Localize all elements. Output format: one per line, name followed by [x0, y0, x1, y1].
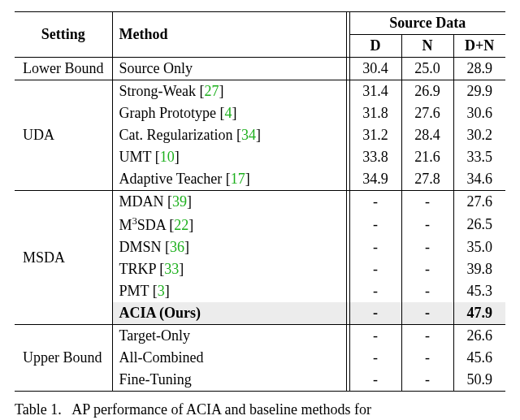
citation-ref: 4	[224, 105, 232, 121]
value-cell: 26.9	[401, 80, 453, 103]
citation-ref: 27	[205, 83, 219, 99]
value-cell: 34.6	[453, 168, 505, 191]
method-name: ACIA (Ours)	[119, 305, 202, 321]
value-cell: -	[401, 280, 453, 302]
value-cell: -	[401, 325, 453, 348]
group-setting: MSDA	[15, 191, 112, 325]
value-cell: 30.6	[453, 102, 505, 124]
results-table: Setting Method Source Data D N D+N Lower…	[15, 11, 505, 392]
method-name: UMT	[119, 149, 152, 165]
value-cell: -	[401, 236, 453, 258]
value-cell: -	[401, 347, 453, 369]
citation-ref: 39	[172, 193, 187, 210]
value-cell: 33.8	[349, 146, 401, 168]
value-cell: -	[349, 302, 401, 325]
value-cell: 39.8	[453, 258, 505, 280]
value-cell: 28.9	[453, 58, 505, 80]
value-cell: 50.9	[453, 369, 505, 392]
method-cell: M3SDA [22]	[112, 213, 346, 236]
caption-fragment: AP performance of ACIA and baseline meth…	[72, 401, 371, 418]
value-cell: 28.4	[401, 124, 453, 146]
value-cell: 35.0	[453, 236, 505, 258]
citation-ref: 33	[164, 261, 179, 277]
citation-ref: 36	[170, 239, 184, 255]
value-cell: 47.9	[453, 302, 505, 325]
value-cell: 31.2	[349, 124, 401, 146]
method-cell: PMT [3]	[112, 280, 346, 302]
value-cell: 33.5	[453, 146, 505, 168]
method-cell: Strong-Weak [27]	[112, 80, 346, 103]
value-cell: -	[349, 191, 401, 214]
citation-ref: 10	[160, 149, 175, 165]
value-cell: 30.4	[349, 58, 401, 80]
value-cell: 21.6	[401, 146, 453, 168]
value-cell: -	[401, 258, 453, 280]
method-cell: Source Only	[112, 58, 346, 80]
table-row: Lower BoundSource Only30.425.028.9	[15, 58, 505, 80]
group-setting: UDA	[15, 80, 112, 191]
value-cell: 27.6	[453, 191, 505, 214]
method-name: Source Only	[119, 60, 193, 76]
col-header-method: Method	[112, 12, 346, 58]
table-figure: Setting Method Source Data D N D+N Lower…	[0, 0, 520, 419]
group-setting: Upper Bound	[15, 325, 112, 392]
value-cell: -	[349, 258, 401, 280]
value-cell: 31.4	[349, 80, 401, 103]
method-cell: Target-Only	[112, 325, 346, 348]
table-row: Upper BoundTarget-Only--26.6	[15, 325, 505, 348]
value-cell: 27.6	[401, 102, 453, 124]
method-cell: UMT [10]	[112, 146, 346, 168]
method-cell: Fine-Tuning	[112, 369, 346, 392]
method-name: Adaptive Teacher	[119, 171, 223, 187]
method-name: All-Combined	[119, 349, 204, 366]
value-cell: -	[349, 236, 401, 258]
value-cell: 25.0	[401, 58, 453, 80]
value-cell: -	[349, 347, 401, 369]
table-row: MSDAMDAN [39]--27.6	[15, 191, 505, 214]
value-cell: 30.2	[453, 124, 505, 146]
value-cell: -	[349, 325, 401, 348]
value-cell: 45.3	[453, 280, 505, 302]
method-name: TRKP	[119, 261, 156, 277]
value-cell: 45.6	[453, 347, 505, 369]
value-cell: -	[401, 369, 453, 392]
col-header-source-data: Source Data	[349, 12, 505, 35]
method-cell: Adaptive Teacher [17]	[112, 168, 346, 191]
method-cell: DMSN [36]	[112, 236, 346, 258]
value-cell: 26.5	[453, 213, 505, 236]
method-name: PMT	[119, 283, 150, 299]
caption-label: Table 1.	[15, 401, 62, 418]
value-cell: 34.9	[349, 168, 401, 191]
value-cell: -	[349, 280, 401, 302]
col-header-d: D	[349, 35, 401, 58]
table-row: UDAStrong-Weak [27]31.426.929.9	[15, 80, 505, 103]
method-cell: ACIA (Ours)	[112, 302, 346, 325]
table-caption: Table 1. AP performance of ACIA and base…	[15, 400, 505, 419]
value-cell: -	[401, 213, 453, 236]
table-body: Lower BoundSource Only30.425.028.9UDAStr…	[15, 58, 505, 392]
value-cell: -	[401, 191, 453, 214]
method-name: Cat. Regularization	[119, 127, 233, 143]
value-cell: -	[349, 213, 401, 236]
method-name: Fine-Tuning	[119, 371, 192, 388]
value-cell: -	[401, 302, 453, 325]
col-header-dn: D+N	[453, 35, 505, 58]
value-cell: 29.9	[453, 80, 505, 103]
method-name: Target-Only	[119, 327, 190, 344]
value-cell: -	[349, 369, 401, 392]
value-cell: 27.8	[401, 168, 453, 191]
value-cell: 31.8	[349, 102, 401, 124]
value-cell: 26.6	[453, 325, 505, 348]
method-cell: Graph Prototype [4]	[112, 102, 346, 124]
method-name: M3SDA	[119, 217, 166, 233]
citation-ref: 17	[231, 171, 245, 187]
method-name: DMSN	[119, 239, 162, 255]
citation-ref: 34	[241, 127, 256, 143]
col-header-setting: Setting	[15, 12, 112, 58]
col-header-n: N	[401, 35, 453, 58]
method-cell: TRKP [33]	[112, 258, 346, 280]
method-cell: MDAN [39]	[112, 191, 346, 214]
table-head: Setting Method Source Data D N D+N	[15, 12, 505, 58]
citation-ref: 22	[174, 217, 188, 233]
method-name: Strong-Weak	[119, 83, 197, 99]
